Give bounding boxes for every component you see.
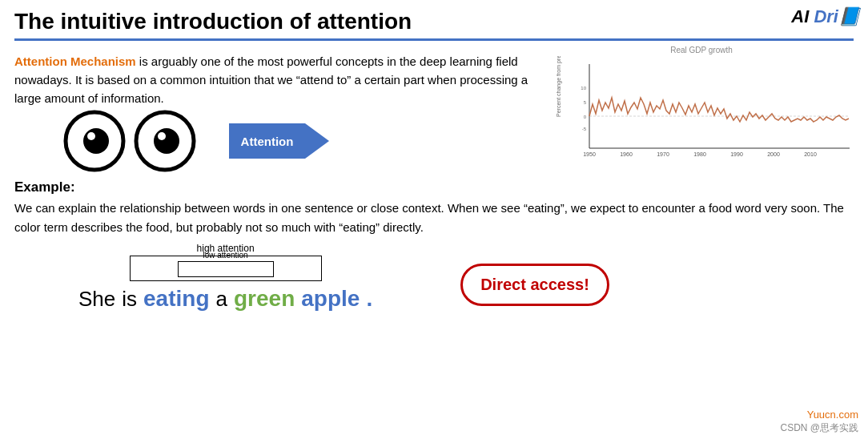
attention-inner-box: low attention: [178, 261, 274, 277]
eyes-container: [62, 109, 197, 173]
logo-ai: AI: [791, 6, 809, 26]
svg-text:1960: 1960: [620, 151, 633, 157]
word-a: a: [216, 287, 227, 312]
direct-access-text: Direct access!: [480, 276, 589, 294]
svg-point-4: [154, 128, 179, 154]
word-green: green: [234, 286, 295, 312]
word-she: She: [78, 287, 115, 312]
sentence-row: She is eating a green apple.: [78, 286, 372, 312]
chart-title: Real GDP growth: [549, 46, 854, 54]
example-text: We can explain the relationship between …: [14, 199, 854, 236]
direct-access-badge: Direct access!: [460, 264, 609, 306]
low-attention-label: low attention: [179, 251, 273, 260]
word-period: .: [366, 286, 372, 312]
svg-point-5: [158, 132, 166, 140]
logo-drive: Dri📘: [809, 6, 860, 26]
title-underline: [14, 38, 854, 41]
eye-right-icon: [133, 109, 197, 173]
intro-text: Attention Mechanism is arguably one of t…: [14, 52, 533, 108]
word-eating: eating: [143, 286, 209, 312]
attention-outer-box: low attention: [130, 256, 322, 281]
main-container: AI Dri📘 The intuitive introduction of at…: [0, 0, 868, 443]
visual-row: Attention: [14, 109, 533, 173]
csdn-label: CSDN @思考实践: [780, 421, 858, 435]
chart-svg: Percent change from preceding period 195…: [549, 56, 854, 168]
yuucn-label: Yuucn.com: [807, 409, 858, 421]
attention-arrow: Attention: [229, 117, 333, 165]
word-apple: apple: [301, 286, 360, 312]
bottom-row: high attention low attention She is eati…: [14, 243, 854, 312]
attention-highlight: Attention Mechanism: [14, 54, 136, 68]
svg-point-2: [87, 132, 95, 140]
svg-text:0: 0: [584, 115, 587, 119]
svg-text:1980: 1980: [693, 151, 706, 157]
word-is: is: [122, 287, 137, 312]
svg-text:1970: 1970: [657, 151, 669, 157]
title-section: The intuitive introduction of attention: [14, 8, 854, 41]
svg-point-1: [83, 128, 109, 154]
example-label: Example:: [14, 179, 75, 195]
svg-text:-5: -5: [582, 127, 587, 131]
logo: AI Dri📘: [791, 6, 860, 27]
example-section: Example: We can explain the relationship…: [14, 179, 854, 236]
svg-text:2000: 2000: [767, 151, 780, 157]
svg-text:10: 10: [581, 86, 586, 91]
svg-text:2010: 2010: [804, 151, 817, 157]
eye-left-icon: [62, 109, 127, 173]
attention-label: Attention: [241, 135, 294, 148]
svg-text:Percent change from preceding : Percent change from preceding period: [556, 56, 562, 117]
chart-area: Real GDP growth Percent change from prec…: [549, 46, 854, 171]
svg-text:5: 5: [584, 100, 587, 105]
svg-text:1950: 1950: [583, 151, 596, 157]
svg-text:1990: 1990: [730, 151, 743, 157]
page-title: The intuitive introduction of attention: [14, 8, 854, 35]
